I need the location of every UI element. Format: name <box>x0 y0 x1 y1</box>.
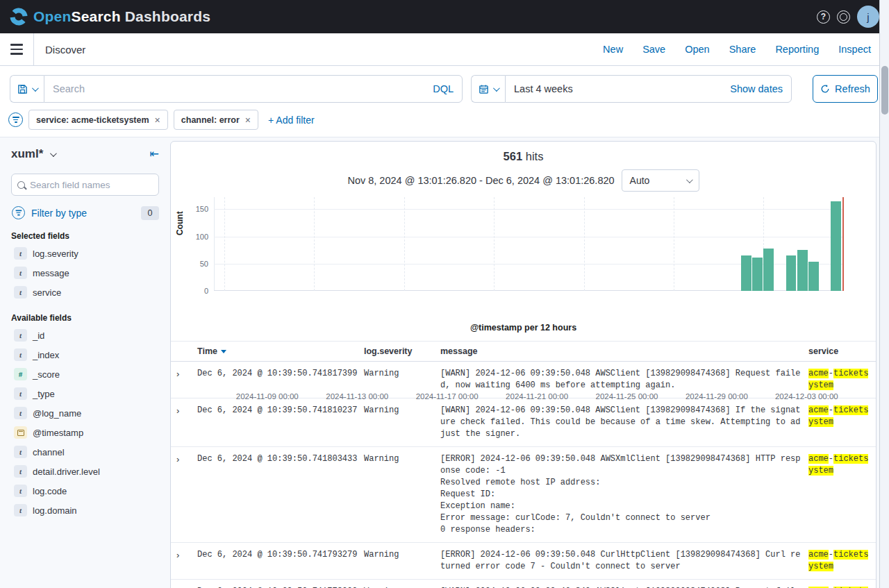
filter-options-icon[interactable] <box>8 112 23 127</box>
date-picker-button[interactable] <box>471 75 505 103</box>
column-header-message[interactable]: message <box>440 346 808 356</box>
histogram-bar[interactable] <box>808 262 819 291</box>
x-tick-label: 2024-11-29 00:00 <box>686 392 748 401</box>
field-item-_index[interactable]: t_index <box>11 345 159 364</box>
field-name-label: _type <box>33 389 55 399</box>
filter-pill[interactable]: channel: error× <box>174 110 258 130</box>
field-item-log.severity[interactable]: tlog.severity <box>11 244 159 263</box>
available-fields-header: Available fields <box>11 313 159 323</box>
field-name-label: channel <box>33 447 65 457</box>
expand-row-icon[interactable]: › <box>176 453 197 536</box>
scrollbar-thumb[interactable] <box>881 66 888 115</box>
column-header-time[interactable]: Time <box>197 346 364 356</box>
field-item-_id[interactable]: t_id <box>11 326 159 345</box>
y-tick-label: 100 <box>181 233 208 241</box>
top-menu: NewSaveOpenShareReportingInspect <box>596 40 889 59</box>
search-placeholder: Search <box>53 83 433 94</box>
cell-service: acme-ticketsystem <box>808 549 876 573</box>
collapse-sidebar-icon[interactable]: ⇤ <box>150 149 159 160</box>
field-name-label: log.code <box>33 486 67 496</box>
field-item-detail.driver.level[interactable]: tdetail.driver.level <box>11 462 159 481</box>
text-type-icon: t <box>14 247 27 260</box>
field-name-label: _index <box>33 350 59 360</box>
field-search-input[interactable]: Search field names <box>11 174 159 196</box>
discover-results-panel: 561 hits Nov 8, 2024 @ 13:01:26.820 - De… <box>170 141 876 588</box>
chevron-down-icon[interactable] <box>50 150 57 157</box>
filter-by-type-icon <box>12 206 25 219</box>
x-tick-label: 2024-11-17 00:00 <box>416 392 479 401</box>
expand-row-icon[interactable]: › <box>176 549 197 573</box>
number-type-icon: # <box>14 368 27 380</box>
filter-bar: service: acme-ticketsystem×channel: erro… <box>0 110 889 137</box>
top-app-bar: OpenSearchDashboards ? j <box>0 0 889 33</box>
field-name-label: _id <box>33 330 44 341</box>
date-type-icon <box>14 426 27 439</box>
user-avatar[interactable]: j <box>857 6 879 28</box>
field-item-log.code[interactable]: tlog.code <box>11 481 159 501</box>
field-item-service[interactable]: tservice <box>11 283 159 302</box>
cell-service: acme-ticketsystem <box>808 368 876 392</box>
menu-hamburger-icon[interactable] <box>0 33 33 65</box>
logo-open: Open <box>33 8 71 24</box>
field-item-@log_name[interactable]: t@log_name <box>11 403 159 423</box>
expand-row-icon[interactable]: › <box>176 405 197 440</box>
expand-row-icon[interactable]: › <box>176 368 197 392</box>
calendar-icon <box>479 84 489 94</box>
menu-item-save[interactable]: Save <box>635 40 672 59</box>
histogram-bar[interactable] <box>741 255 751 291</box>
cell-message: [ERROR] 2024-12-06 09:39:50.048 CurlHttp… <box>440 549 808 573</box>
histogram-bar[interactable] <box>752 258 763 291</box>
field-item-channel[interactable]: tchannel <box>11 442 159 462</box>
add-filter-link[interactable]: + Add filter <box>268 115 315 126</box>
query-language-button[interactable]: DQL <box>433 83 454 94</box>
refresh-icon <box>820 84 830 94</box>
show-dates-link[interactable]: Show dates <box>730 83 783 94</box>
menu-item-inspect[interactable]: Inspect <box>831 40 878 59</box>
time-range-display[interactable]: Last 4 weeks Show dates <box>505 75 792 103</box>
index-pattern-selector[interactable]: xuml* <box>11 147 43 161</box>
cell-service: acme-ticketsystem <box>808 405 876 440</box>
saved-query-button[interactable] <box>10 75 44 103</box>
menu-item-new[interactable]: New <box>596 40 630 59</box>
opensearch-logo: OpenSearchDashboards <box>10 8 210 26</box>
query-bar: Search DQL Last 4 weeks Show dates Refre… <box>0 66 889 110</box>
search-input[interactable]: Search DQL <box>44 75 463 103</box>
field-name-label: log.domain <box>33 505 77 516</box>
chart-plot-area[interactable] <box>214 197 843 291</box>
cell-time: Dec 6, 2024 @ 10:39:50.741803433 <box>197 453 364 536</box>
documents-table: Time log.severity message service ›Dec 6… <box>171 341 876 588</box>
chart-date-range: Nov 8, 2024 @ 13:01:26.820 - Dec 6, 2024… <box>347 175 614 186</box>
help-icon[interactable]: ? <box>817 10 830 24</box>
histogram-bar[interactable] <box>763 249 774 291</box>
feedback-icon[interactable] <box>837 10 850 24</box>
field-item-_type[interactable]: t_type <box>11 384 159 403</box>
column-header-severity[interactable]: log.severity <box>364 346 440 356</box>
filter-by-type-link[interactable]: Filter by type <box>31 208 87 219</box>
histogram-bar[interactable] <box>831 201 841 291</box>
chevron-down-icon <box>686 176 693 183</box>
table-header: Time log.severity message service <box>171 341 876 362</box>
field-item-_score[interactable]: #_score <box>11 364 159 384</box>
interval-select[interactable]: Auto <box>622 169 699 192</box>
page-scrollbar[interactable] <box>879 0 889 588</box>
histogram-bar[interactable] <box>797 250 808 291</box>
menu-item-share[interactable]: Share <box>722 40 763 59</box>
highlight: acme <box>808 405 829 415</box>
remove-filter-icon[interactable]: × <box>245 115 251 126</box>
menu-item-open[interactable]: Open <box>678 40 716 59</box>
menu-item-reporting[interactable]: Reporting <box>768 40 826 59</box>
table-row: ›Dec 6, 2024 @ 10:39:50.741810237Warning… <box>171 398 876 447</box>
highlight: acme <box>808 369 829 378</box>
x-tick-label: 2024-11-21 00:00 <box>506 392 568 401</box>
cell-message: [WARN] 2024-12-06 09:39:50.048 AWSClient… <box>440 368 808 392</box>
remove-filter-icon[interactable]: × <box>155 115 160 126</box>
refresh-button[interactable]: Refresh <box>813 75 878 103</box>
field-item-message[interactable]: tmessage <box>11 263 159 283</box>
field-item-log.domain[interactable]: tlog.domain <box>11 501 159 520</box>
column-header-service[interactable]: service <box>808 346 876 356</box>
filter-pill[interactable]: service: acme-ticketsystem× <box>28 110 168 130</box>
field-item-@timestamp[interactable]: @timestamp <box>11 423 159 442</box>
text-type-icon: t <box>14 407 27 419</box>
x-tick-label: 2024-12-03 00:00 <box>775 392 838 401</box>
histogram-bar[interactable] <box>786 255 797 291</box>
